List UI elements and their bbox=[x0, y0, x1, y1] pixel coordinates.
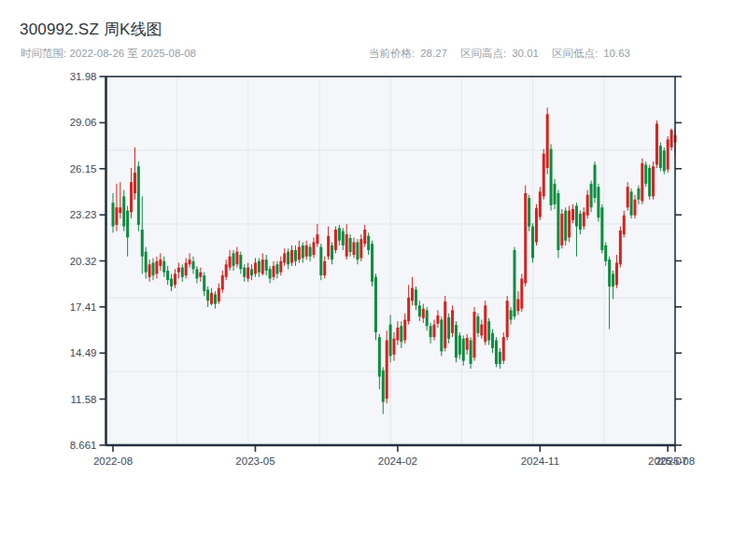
svg-text:23.23: 23.23 bbox=[70, 209, 97, 220]
svg-text:17.41: 17.41 bbox=[70, 301, 97, 313]
svg-text:2024-02: 2024-02 bbox=[378, 455, 417, 467]
svg-text:20.32: 20.32 bbox=[70, 256, 97, 267]
svg-text:29.06: 29.06 bbox=[70, 117, 97, 128]
svg-text:8.661: 8.661 bbox=[70, 440, 97, 451]
svg-text:11.58: 11.58 bbox=[71, 394, 97, 405]
svg-text:2025-08: 2025-08 bbox=[655, 455, 695, 467]
svg-text:2024-11: 2024-11 bbox=[521, 455, 559, 467]
kline-candlestick-chart: 31.9829.0626.1523.2320.3217.4114.4911.58… bbox=[0, 0, 747, 560]
svg-text:31.98: 31.98 bbox=[70, 71, 97, 82]
svg-text:2023-05: 2023-05 bbox=[235, 455, 275, 467]
svg-text:2022-08: 2022-08 bbox=[93, 455, 133, 467]
svg-text:14.49: 14.49 bbox=[70, 347, 97, 358]
svg-text:26.15: 26.15 bbox=[70, 163, 97, 175]
